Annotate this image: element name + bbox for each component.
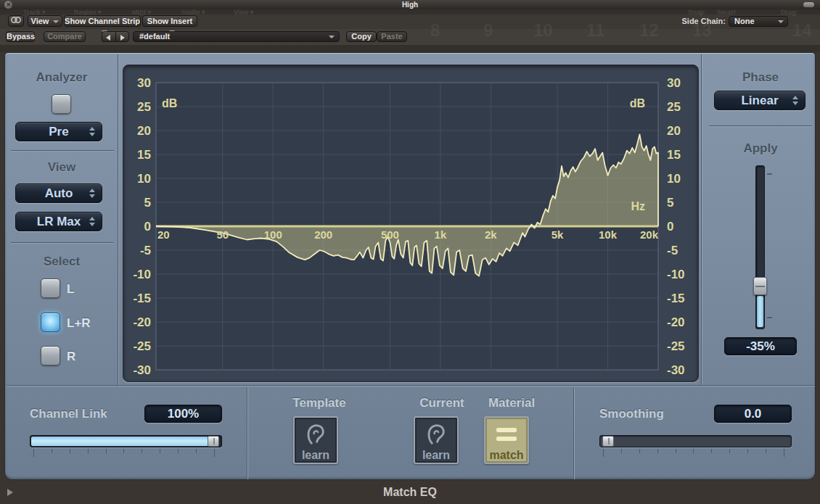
svg-text:50: 50 xyxy=(216,228,229,241)
divider xyxy=(573,387,575,479)
current-label: Current xyxy=(404,396,480,410)
show-insert-menu-button[interactable]: Show Insert xyxy=(142,15,197,27)
view-menu-button[interactable]: View xyxy=(28,15,62,27)
svg-text:10: 10 xyxy=(667,172,681,186)
svg-text:5k: 5k xyxy=(552,228,564,241)
channel-link-value[interactable]: 100% xyxy=(144,405,222,423)
divider xyxy=(11,242,114,244)
prev-arrow-icon xyxy=(106,35,110,41)
apply-slider-tick xyxy=(767,173,772,175)
divider xyxy=(247,387,248,479)
divider xyxy=(118,54,119,385)
smoothing-slider-handle[interactable] xyxy=(602,436,614,447)
current-learn-button[interactable]: learn xyxy=(414,416,459,464)
svg-text:-15: -15 xyxy=(667,292,685,305)
svg-text:-5: -5 xyxy=(667,244,678,257)
analyzer-section-label: Analyzer xyxy=(12,70,111,85)
apply-slider[interactable] xyxy=(755,165,765,329)
plugin-footer-bar: Match EQ xyxy=(0,480,820,504)
material-match-button[interactable]: match xyxy=(484,416,529,464)
smoothing-value[interactable]: 0.0 xyxy=(714,405,792,423)
svg-text:2k: 2k xyxy=(485,228,497,241)
side-chain-dropdown[interactable]: None xyxy=(729,16,788,27)
channel-l-button[interactable] xyxy=(41,278,60,298)
updown-arrows-icon xyxy=(89,217,95,226)
match-eq-plugin-panel: Analyzer Pre View Auto LR Max Select L L… xyxy=(4,52,816,480)
ear-icon xyxy=(425,424,447,450)
channel-view-dropdown[interactable]: LR Max xyxy=(15,212,102,231)
preset-nav-buttons xyxy=(102,31,129,42)
divider xyxy=(11,150,114,152)
view-mode-dropdown[interactable]: Auto xyxy=(15,183,102,203)
channel-link-slider-fill xyxy=(31,437,209,446)
analyzer-mode-dropdown[interactable]: Pre xyxy=(15,122,102,141)
svg-text:5: 5 xyxy=(144,196,151,210)
updown-arrows-icon xyxy=(792,96,798,105)
phase-mode-dropdown[interactable]: Linear xyxy=(714,91,805,110)
bypass-button[interactable]: Bypass xyxy=(6,31,35,42)
apply-value[interactable]: -35% xyxy=(724,337,797,355)
chain-link-icon xyxy=(10,16,22,24)
svg-text:20: 20 xyxy=(157,228,170,241)
svg-text:dB: dB xyxy=(630,97,645,110)
svg-text:500: 500 xyxy=(381,228,399,241)
link-button[interactable] xyxy=(8,15,24,27)
updown-arrows-icon xyxy=(89,189,95,198)
match-button-label: match xyxy=(489,448,523,463)
svg-text:-10: -10 xyxy=(133,268,151,281)
view-mode-value: Auto xyxy=(45,186,73,200)
channel-r-button[interactable] xyxy=(41,346,60,365)
svg-text:dB: dB xyxy=(162,97,177,110)
chevron-down-icon xyxy=(53,20,59,23)
screen: ✕ High Track ▾ Region ▾ MIDI ▾ Audio ▾ V… xyxy=(0,0,820,504)
view-menu-label: View xyxy=(31,17,49,25)
next-preset-button[interactable] xyxy=(115,31,130,42)
compare-button[interactable]: Compare xyxy=(44,31,86,42)
copy-button[interactable]: Copy xyxy=(346,31,377,42)
svg-text:20: 20 xyxy=(137,124,151,138)
svg-text:-15: -15 xyxy=(133,292,151,305)
channel-view-value: LR Max xyxy=(37,215,81,228)
side-chain-value: None xyxy=(734,17,755,25)
select-section-label: Select xyxy=(12,255,111,269)
channel-r-label: R xyxy=(67,350,75,364)
channel-l-label: L xyxy=(67,282,74,297)
chevron-down-icon xyxy=(329,36,335,38)
svg-text:20k: 20k xyxy=(640,228,659,241)
show-channel-strip-menu-button[interactable]: Show Channel Strip xyxy=(64,15,141,27)
previous-preset-button[interactable] xyxy=(102,31,115,42)
template-learn-button[interactable]: learn xyxy=(293,416,338,464)
svg-text:1k: 1k xyxy=(435,228,447,241)
svg-text:0: 0 xyxy=(667,220,673,234)
svg-text:100: 100 xyxy=(264,228,282,241)
svg-text:-20: -20 xyxy=(133,315,151,329)
svg-text:-30: -30 xyxy=(133,363,151,377)
channel-link-slider[interactable] xyxy=(30,435,222,447)
svg-text:10: 10 xyxy=(137,172,151,186)
chevron-down-icon xyxy=(778,20,784,23)
smoothing-slider[interactable] xyxy=(599,435,792,447)
show-channel-strip-label: Show Channel Strip xyxy=(65,17,140,25)
analyzer-mode-value: Pre xyxy=(49,125,68,139)
svg-text:-10: -10 xyxy=(667,268,685,281)
analyzer-power-button[interactable] xyxy=(52,94,71,114)
view-section-label: View xyxy=(12,160,111,175)
svg-text:-25: -25 xyxy=(667,339,685,353)
plugin-name: Match EQ xyxy=(0,486,820,499)
svg-text:20: 20 xyxy=(667,124,681,138)
phase-mode-value: Linear xyxy=(741,94,778,107)
channel-link-slider-handle[interactable] xyxy=(208,436,219,447)
preset-name: #default xyxy=(139,32,170,41)
preset-dropdown[interactable]: #default xyxy=(133,31,340,42)
learn-button-label: learn xyxy=(422,448,450,463)
channel-lr-button[interactable] xyxy=(41,313,60,332)
apply-slider-fill xyxy=(757,296,763,327)
svg-text:-5: -5 xyxy=(140,244,151,257)
apply-slider-handle[interactable] xyxy=(753,277,767,295)
learn-button-label: learn xyxy=(302,448,329,463)
side-chain-label: Side Chain: xyxy=(671,17,726,25)
ear-icon xyxy=(305,424,327,450)
svg-text:10k: 10k xyxy=(599,228,618,241)
minimize-icon[interactable] xyxy=(803,2,814,7)
paste-button[interactable]: Paste xyxy=(377,31,407,42)
